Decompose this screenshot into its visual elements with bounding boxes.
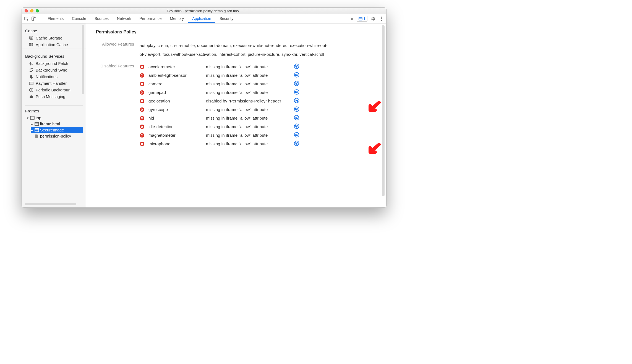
feature-reason: missing in iframe "allow" attribute [206, 131, 292, 139]
more-tabs-icon[interactable]: » [349, 16, 355, 22]
reveal-source-button[interactable] [294, 64, 305, 72]
frame-child[interactable]: ▶iframe.html [31, 121, 83, 127]
disclosure-triangle-icon[interactable]: ▼ [26, 117, 29, 120]
inspect-element-icon[interactable] [24, 16, 30, 22]
sidebar-section: Background ServicesBackground FetchBackg… [22, 49, 86, 101]
tab-elements[interactable]: Elements [44, 14, 67, 23]
reveal-source-button[interactable] [294, 106, 305, 114]
disabled-features-list: accelerometermissing in iframe "allow" a… [140, 63, 379, 149]
reveal-source-button[interactable] [294, 123, 305, 131]
disabled-features-row: Disabled Features accelerometermissing i… [96, 63, 379, 149]
divider [40, 16, 40, 22]
disabled-feature-row: gamepadmissing in iframe "allow" attribu… [140, 89, 379, 97]
issues-badge[interactable]: 1 [357, 16, 367, 22]
tab-application[interactable]: Application [188, 14, 215, 23]
settings-icon[interactable] [370, 16, 376, 21]
clock-icon [29, 88, 33, 92]
sidebar-item[interactable]: Background Fetch [25, 60, 83, 67]
tab-security[interactable]: Security [216, 14, 237, 23]
sidebar-item[interactable]: Periodic Backgroun [25, 87, 83, 93]
feature-reason: missing in iframe "allow" attribute [206, 114, 292, 122]
frames-section: Frames ▼ top ▶iframe.html▶SecureImage▶pe… [22, 101, 86, 140]
feature-reason: missing in iframe "allow" attribute [206, 89, 292, 96]
feature-reason: missing in iframe "allow" attribute [206, 106, 292, 114]
sync-icon [29, 68, 33, 72]
tab-sources[interactable]: Sources [91, 14, 113, 23]
error-icon [140, 133, 145, 138]
reveal-source-button[interactable] [294, 98, 305, 106]
devtools-toolbar: ElementsConsoleSourcesNetworkPerformance… [22, 14, 386, 23]
reveal-source-button[interactable] [294, 115, 305, 123]
feature-name: gamepad [148, 89, 204, 96]
svg-rect-7 [30, 116, 34, 120]
window-titlebar: DevTools - permission-policy-demo.glitch… [22, 8, 386, 14]
sidebar-section-title: Cache [25, 28, 83, 33]
frame-icon [35, 122, 39, 126]
sidebar-item-label: Background Fetch [36, 61, 68, 66]
sidebar-section: CacheCache StorageApplication Cache [22, 23, 86, 49]
updown-icon [29, 61, 33, 66]
body: CacheCache StorageApplication CacheBackg… [22, 23, 386, 207]
sidebar-item-label: Periodic Backgroun [36, 88, 70, 92]
feature-name: geolocation [148, 97, 204, 105]
frames-section-title: Frames [25, 105, 83, 113]
grid-icon [29, 43, 33, 47]
error-icon [140, 90, 145, 95]
tab-performance[interactable]: Performance [135, 14, 165, 23]
main-scrollbar-vertical[interactable] [382, 25, 385, 196]
device-toolbar-icon[interactable] [31, 16, 37, 22]
sidebar-item[interactable]: Application Cache [25, 41, 83, 48]
window-icon [30, 116, 35, 120]
sidebar-item[interactable]: Push Messaging [25, 93, 83, 100]
disabled-feature-row: magnetometermissing in iframe "allow" at… [140, 131, 379, 140]
page-heading: Permissions Policy [96, 30, 379, 35]
feature-reason: disabled by "Permissions-Policy" header [206, 97, 292, 105]
sidebar-item-label: Push Messaging [36, 94, 65, 99]
svg-rect-3 [359, 17, 362, 20]
sidebar-item-label: Application Cache [36, 43, 68, 47]
disabled-features-label: Disabled Features [96, 63, 140, 68]
allowed-features-label: Allowed Features [96, 41, 140, 46]
tab-console[interactable]: Console [68, 14, 90, 23]
db-icon [29, 36, 33, 40]
sidebar-item-label: Payment Handler [36, 81, 67, 86]
error-icon [140, 64, 145, 69]
sidebar-item-label: Notifications [36, 75, 58, 79]
frame-top-label: top [36, 116, 41, 120]
feature-name: idle-detection [148, 123, 204, 131]
window-title: DevTools - permission-policy-demo.glitch… [22, 9, 383, 13]
tab-memory[interactable]: Memory [166, 14, 188, 23]
sidebar-item[interactable]: Payment Handler [25, 80, 83, 87]
frame-child-label: SecureImage [40, 128, 64, 132]
reveal-source-button[interactable] [294, 141, 305, 149]
sidebar-item-label: Cache Storage [36, 36, 62, 40]
sidebar-item[interactable]: Notifications [25, 73, 83, 80]
reveal-source-button[interactable] [294, 81, 305, 89]
reveal-source-button[interactable] [294, 89, 305, 97]
feature-name: magnetometer [148, 131, 204, 139]
more-options-icon[interactable] [378, 17, 384, 21]
tab-network[interactable]: Network [113, 14, 135, 23]
sidebar-scrollbar-horizontal[interactable] [25, 203, 76, 205]
frame-child[interactable]: ▶SecureImage [31, 127, 83, 133]
error-icon [140, 124, 145, 129]
frame-top[interactable]: ▼ top [26, 115, 83, 121]
file-icon [35, 134, 39, 138]
card-icon [29, 81, 33, 86]
disclosure-triangle-icon[interactable]: ▶ [31, 129, 33, 132]
disabled-feature-row: geolocationdisabled by "Permissions-Poli… [140, 97, 379, 106]
sidebar-item[interactable]: Cache Storage [25, 35, 83, 41]
annotation-arrow-icon [365, 143, 382, 158]
frame-child[interactable]: ▶permission-policy [31, 133, 83, 139]
reveal-source-button[interactable] [294, 132, 305, 140]
reveal-source-button[interactable] [294, 72, 305, 80]
disclosure-triangle-icon[interactable]: ▶ [31, 123, 33, 126]
feature-name: accelerometer [148, 63, 204, 71]
allowed-features-value: autoplay, ch-ua, ch-ua-mobile, document-… [140, 41, 328, 59]
error-icon [140, 116, 145, 121]
svg-point-6 [381, 20, 382, 21]
error-icon [140, 141, 145, 146]
allowed-features-row: Allowed Features autoplay, ch-ua, ch-ua-… [96, 41, 379, 59]
sidebar-scrollbar-vertical[interactable] [82, 25, 84, 94]
sidebar-item[interactable]: Background Sync [25, 67, 83, 73]
